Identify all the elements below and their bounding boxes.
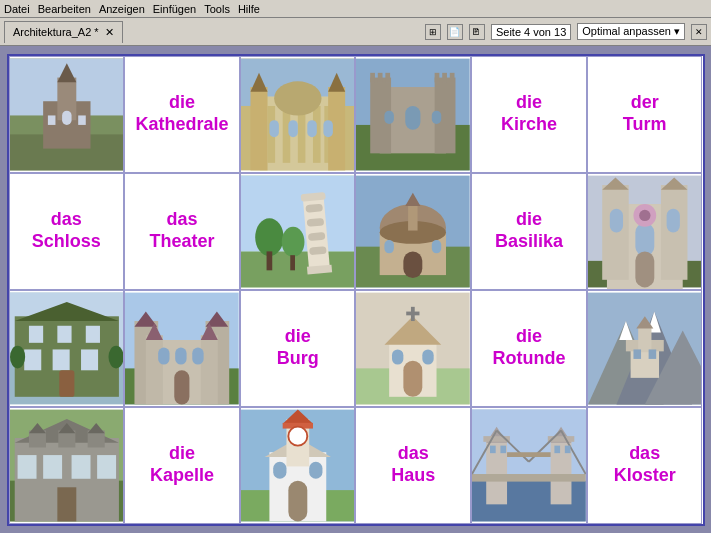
svg-rect-137: [43, 455, 62, 479]
svg-rect-85: [52, 349, 69, 370]
cell-basilika-text: dieBasilika: [471, 173, 587, 290]
cell-basilika-img: [355, 173, 471, 290]
svg-rect-33: [386, 72, 391, 81]
text-kapelle: dieKapelle: [146, 439, 218, 490]
toolbar-icon-2[interactable]: 📄: [447, 24, 463, 40]
svg-rect-60: [385, 240, 394, 253]
svg-rect-31: [371, 72, 376, 81]
menubar: Datei Bearbeiten Anzeigen Einfügen Tools…: [0, 0, 711, 18]
svg-rect-104: [174, 370, 189, 404]
svg-rect-71: [610, 208, 623, 232]
cell-burg-img: [124, 290, 240, 407]
text-basilika: dieBasilika: [491, 205, 567, 256]
svg-rect-139: [97, 455, 116, 479]
svg-rect-23: [288, 120, 297, 137]
text-theater: dasTheater: [145, 205, 218, 256]
svg-rect-149: [288, 480, 307, 521]
svg-rect-136: [17, 455, 36, 479]
svg-rect-6: [62, 110, 71, 124]
svg-rect-72: [666, 208, 679, 232]
svg-rect-111: [423, 349, 434, 364]
svg-rect-36: [450, 72, 455, 81]
svg-rect-18: [250, 87, 267, 170]
cell-mountain-monastery-img: [587, 290, 703, 407]
svg-rect-102: [175, 347, 186, 364]
toolbar-icon-3[interactable]: 🖹: [469, 24, 485, 40]
cell-haus-text: dasHaus: [355, 407, 471, 524]
svg-rect-73: [635, 222, 654, 255]
svg-rect-95: [146, 335, 163, 404]
svg-point-17: [274, 81, 321, 115]
svg-rect-81: [28, 325, 42, 342]
menu-anzeigen[interactable]: Anzeigen: [99, 3, 145, 15]
svg-rect-124: [633, 349, 641, 358]
cell-baroque-img: [240, 56, 356, 173]
tab-label: Architektura_A2 *: [13, 26, 99, 38]
text-kirche: dieKirche: [497, 88, 561, 139]
cell-rotunde-img: [355, 290, 471, 407]
cell-kathedrale-img: [9, 56, 125, 173]
svg-point-50: [255, 218, 283, 256]
svg-rect-122: [638, 325, 651, 352]
menu-einfuegen[interactable]: Einfügen: [153, 3, 196, 15]
svg-rect-161: [472, 474, 586, 482]
cell-church-tower-img: [240, 407, 356, 524]
text-haus: dasHaus: [387, 439, 439, 490]
cell-mansion-img: [9, 407, 125, 524]
zoom-dropdown[interactable]: Optimal anpassen ▾: [577, 23, 685, 40]
text-rotunde: dieRotunde: [489, 322, 570, 373]
svg-point-88: [10, 345, 25, 368]
svg-rect-166: [507, 452, 551, 457]
svg-rect-169: [555, 445, 561, 453]
svg-rect-84: [24, 349, 41, 370]
vocabulary-grid: dieKathedrale: [7, 54, 705, 526]
cell-leaning-img: [240, 173, 356, 290]
cell-tower-bridge-img: [471, 407, 587, 524]
menu-bearbeiten[interactable]: Bearbeiten: [38, 3, 91, 15]
svg-point-75: [639, 209, 650, 220]
svg-rect-110: [392, 349, 403, 364]
text-kathedrale: dieKathedrale: [131, 88, 232, 139]
svg-rect-83: [85, 325, 99, 342]
svg-rect-24: [307, 120, 316, 137]
svg-rect-103: [192, 347, 203, 364]
cell-kapelle-text: dieKapelle: [124, 407, 240, 524]
toolbar-right: ⊞ 📄 🖹 Seite 4 von 13 Optimal anpassen ▾ …: [425, 23, 707, 40]
menu-hilfe[interactable]: Hilfe: [238, 3, 260, 15]
close-btn[interactable]: ✕: [691, 24, 707, 40]
svg-rect-125: [648, 349, 656, 358]
document-tab[interactable]: Architektura_A2 * ✕: [4, 21, 123, 43]
menu-datei[interactable]: Datei: [4, 3, 30, 15]
cell-gothic-img: [587, 173, 703, 290]
cell-theater-text: dasTheater: [124, 173, 240, 290]
svg-rect-151: [309, 461, 322, 478]
svg-rect-68: [661, 185, 688, 280]
svg-rect-25: [323, 120, 332, 137]
svg-rect-62: [409, 204, 418, 231]
toolbar-icon-1[interactable]: ⊞: [425, 24, 441, 40]
tab-close-icon[interactable]: ✕: [105, 26, 114, 39]
svg-rect-38: [385, 110, 394, 123]
svg-rect-140: [57, 487, 76, 521]
svg-rect-82: [57, 325, 71, 342]
svg-rect-32: [378, 72, 383, 81]
svg-point-148: [288, 426, 307, 445]
cell-brucke-img: [9, 290, 125, 407]
svg-rect-34: [435, 72, 440, 81]
text-burg: dieBurg: [273, 322, 323, 373]
svg-rect-39: [432, 110, 441, 123]
text-turm: derTurm: [619, 88, 671, 139]
text-kloster: dasKloster: [610, 439, 680, 490]
cell-kirche-text: dieKirche: [471, 56, 587, 173]
svg-rect-67: [602, 185, 629, 280]
svg-rect-167: [490, 445, 496, 453]
svg-point-52: [282, 226, 305, 256]
svg-rect-59: [404, 251, 423, 278]
svg-rect-168: [501, 445, 507, 453]
text-schloss: dasSchloss: [28, 205, 105, 256]
toolbar: Architektura_A2 * ✕ ⊞ 📄 🖹 Seite 4 von 13…: [0, 18, 711, 46]
svg-rect-113: [407, 311, 420, 315]
svg-rect-8: [78, 115, 86, 124]
menu-tools[interactable]: Tools: [204, 3, 230, 15]
svg-rect-87: [59, 370, 74, 397]
